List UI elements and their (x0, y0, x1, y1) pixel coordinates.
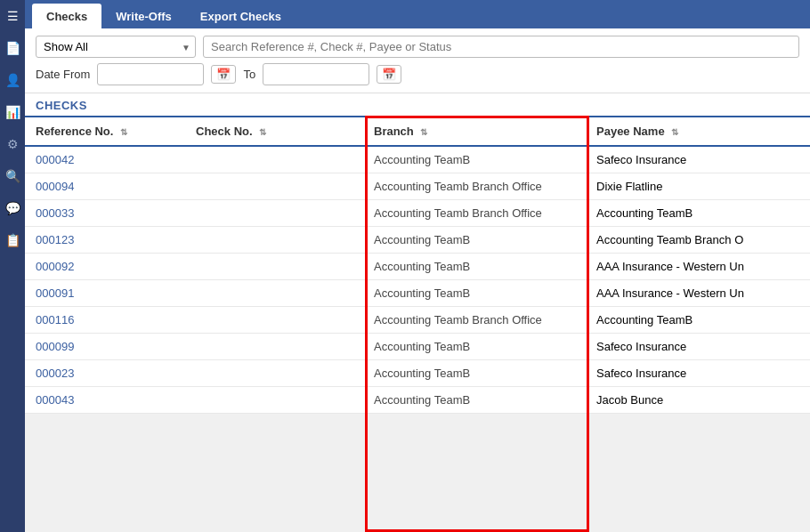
cell-check-no (185, 334, 363, 360)
col-header-payee-name[interactable]: Payee Name ⇅ (586, 117, 810, 146)
table-row: 000023Accounting TeamBSafeco Insurance (25, 360, 810, 387)
cell-branch: Accounting TeamB (363, 334, 586, 360)
cell-branch: Accounting TeamB (363, 146, 586, 173)
cell-check-no (185, 227, 363, 254)
sidebar-icon-settings[interactable]: ⚙ (0, 128, 25, 160)
cell-ref-no: 000123 (25, 227, 185, 254)
sort-icon-branch: ⇅ (420, 127, 427, 137)
cell-branch: Accounting Teamb Branch Office (363, 173, 586, 200)
date-from-input[interactable] (97, 63, 204, 85)
cell-branch: Accounting TeamB (363, 360, 586, 387)
ref-no-link[interactable]: 000099 (36, 340, 74, 353)
table-row: 000033Accounting Teamb Branch OfficeAcco… (25, 200, 810, 227)
table-row: 000123Accounting TeamBAccounting Teamb B… (25, 227, 810, 254)
sidebar-icon-chart[interactable]: 📊 (0, 96, 25, 128)
cell-payee-name: Safeco Insurance (586, 146, 810, 173)
cell-branch: Accounting Teamb Branch Office (363, 307, 586, 334)
table-row: 000092Accounting TeamBAAA Insurance - We… (25, 254, 810, 280)
ref-no-link[interactable]: 000123 (36, 233, 74, 246)
cell-payee-name: Accounting Teamb Branch O (586, 227, 810, 254)
date-to-input[interactable] (263, 63, 369, 85)
col-header-check-no[interactable]: Check No. ⇅ (185, 117, 363, 146)
ref-no-link[interactable]: 000116 (36, 313, 74, 326)
ref-no-link[interactable]: 000091 (36, 286, 74, 300)
cell-payee-name: AAA Insurance - Western Un (586, 280, 810, 307)
table-row: 000099Accounting TeamBSafeco Insurance (25, 334, 810, 360)
cell-ref-no: 000023 (25, 360, 185, 387)
cell-payee-name: Safeco Insurance (586, 334, 810, 360)
date-to-label: To (243, 68, 255, 81)
cell-ref-no: 000092 (25, 254, 185, 280)
ref-no-link[interactable]: 000043 (36, 393, 74, 407)
cell-check-no (185, 146, 363, 173)
main-content: Checks Write-Offs Export Checks Show All… (25, 0, 810, 532)
cell-ref-no: 000099 (25, 334, 185, 360)
table-row: 000043Accounting TeamBJacob Bunce (25, 387, 810, 414)
show-filter-select[interactable]: Show All Show Open Show Cleared Show Voi… (36, 36, 196, 58)
tab-writeoffs[interactable]: Write-Offs (101, 4, 186, 28)
filter-bar: Show All Show Open Show Cleared Show Voi… (25, 28, 810, 93)
ref-no-link[interactable]: 000023 (36, 367, 74, 380)
col-header-branch[interactable]: Branch ⇅ (363, 117, 586, 146)
cell-check-no (185, 280, 363, 307)
cell-check-no (185, 254, 363, 280)
ref-no-link[interactable]: 000094 (36, 180, 74, 193)
section-label: CHECKS (25, 93, 810, 116)
cell-branch: Accounting TeamB (363, 227, 586, 254)
table-wrapper: Reference No. ⇅ Check No. ⇅ Branch ⇅ P (25, 116, 810, 532)
cell-payee-name: Dixie Flatline (586, 173, 810, 200)
table-row: 000094Accounting Teamb Branch OfficeDixi… (25, 173, 810, 200)
top-nav: Checks Write-Offs Export Checks (25, 0, 810, 28)
sort-icon-payee: ⇅ (671, 127, 678, 137)
sidebar: ☰ 📄 👤 📊 ⚙ 🔍 💬 📋 (0, 0, 25, 532)
cell-ref-no: 000043 (25, 387, 185, 414)
table-row: 000116Accounting Teamb Branch OfficeAcco… (25, 307, 810, 334)
cell-ref-no: 000091 (25, 280, 185, 307)
cell-payee-name: AAA Insurance - Western Un (586, 254, 810, 280)
sidebar-icon-chat[interactable]: 💬 (0, 192, 25, 224)
cell-branch: Accounting Teamb Branch Office (363, 200, 586, 227)
cell-check-no (185, 307, 363, 334)
sort-icon-check: ⇅ (259, 127, 266, 137)
cell-check-no (185, 173, 363, 200)
ref-no-link[interactable]: 000033 (36, 206, 74, 220)
cell-payee-name: Jacob Bunce (586, 387, 810, 414)
cell-check-no (185, 360, 363, 387)
cell-ref-no: 000033 (25, 200, 185, 227)
ref-no-link[interactable]: 000042 (36, 153, 74, 166)
search-input[interactable] (203, 36, 799, 58)
date-to-calendar-button[interactable]: 📅 (377, 65, 401, 84)
tab-checks[interactable]: Checks (32, 4, 101, 28)
cell-check-no (185, 387, 363, 414)
sidebar-icon-search[interactable]: 🔍 (0, 160, 25, 192)
cell-branch: Accounting TeamB (363, 280, 586, 307)
cell-branch: Accounting TeamB (363, 254, 586, 280)
cell-payee-name: Accounting TeamB (586, 307, 810, 334)
checks-table: Reference No. ⇅ Check No. ⇅ Branch ⇅ P (25, 116, 810, 414)
sidebar-icon-user[interactable]: 👤 (0, 64, 25, 96)
table-row: 000091Accounting TeamBAAA Insurance - We… (25, 280, 810, 307)
cell-ref-no: 000116 (25, 307, 185, 334)
table-row: 000042Accounting TeamBSafeco Insurance (25, 146, 810, 173)
cell-payee-name: Safeco Insurance (586, 360, 810, 387)
cell-branch: Accounting TeamB (363, 387, 586, 414)
table-container: Reference No. ⇅ Check No. ⇅ Branch ⇅ P (25, 116, 810, 414)
ref-no-link[interactable]: 000092 (36, 260, 74, 273)
sidebar-icon-doc[interactable]: 📄 (0, 32, 25, 64)
sidebar-icon-clipboard[interactable]: 📋 (0, 224, 25, 256)
cell-payee-name: Accounting TeamB (586, 200, 810, 227)
date-from-label: Date From (36, 68, 90, 81)
show-filter-wrapper: Show All Show Open Show Cleared Show Voi… (36, 36, 196, 58)
date-from-calendar-button[interactable]: 📅 (211, 65, 236, 84)
col-header-ref-no[interactable]: Reference No. ⇅ (25, 117, 185, 146)
cell-ref-no: 000042 (25, 146, 185, 173)
cell-check-no (185, 200, 363, 227)
cell-ref-no: 000094 (25, 173, 185, 200)
tab-export-checks[interactable]: Export Checks (186, 4, 296, 28)
sidebar-icon-menu[interactable]: ☰ (0, 0, 25, 32)
sort-icon-ref: ⇅ (120, 127, 127, 137)
